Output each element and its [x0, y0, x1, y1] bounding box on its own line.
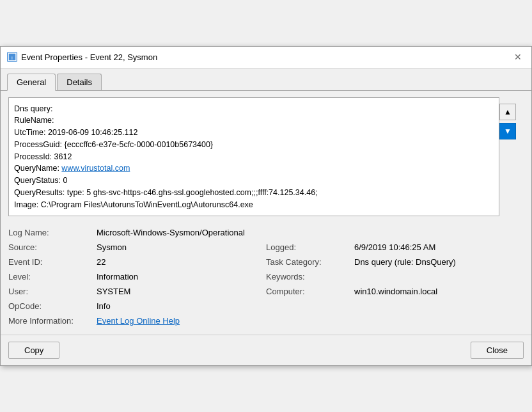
- event-line-6: QueryStatus: 0: [14, 175, 494, 187]
- window-title: Event Properties - Event 22, Sysmon: [21, 52, 157, 62]
- title-bar: i Event Properties - Event 22, Sysmon ✕: [1, 47, 531, 68]
- source-label: Source:: [8, 240, 91, 255]
- level-value: Information: [91, 269, 266, 284]
- opcode-value: Info: [91, 299, 524, 313]
- event-line-1: RuleName:: [14, 115, 494, 127]
- user-value: SYSTEM: [91, 284, 266, 299]
- event-line-0: Dns query:: [14, 103, 494, 115]
- task-category-label: Task Category:: [266, 255, 349, 269]
- log-name-label: Log Name:: [8, 225, 91, 240]
- event-id-label: Event ID:: [8, 255, 91, 269]
- copy-button[interactable]: Copy: [8, 342, 59, 359]
- scroll-down-icon: ▼: [504, 127, 512, 136]
- event-line-3: ProcessGuid: {ecccffc6-e37e-5cfc-0000-00…: [14, 139, 494, 151]
- logged-value: 6/9/2019 10:46:25 AM: [349, 240, 524, 255]
- event-log-online-help-link[interactable]: Event Log Online Help: [97, 316, 180, 326]
- scroll-down-button[interactable]: ▼: [499, 123, 516, 139]
- user-label: User:: [8, 284, 91, 299]
- event-id-value: 22: [91, 255, 266, 269]
- svg-text:i: i: [12, 55, 13, 61]
- tabs-container: General Details: [1, 68, 531, 90]
- tab-general[interactable]: General: [7, 74, 56, 91]
- computer-label: Computer:: [266, 284, 349, 299]
- window-close-button[interactable]: ✕: [511, 50, 525, 64]
- keywords-value: [349, 269, 524, 284]
- scroll-up-button[interactable]: ▲: [499, 104, 516, 120]
- source-value: Sysmon: [91, 240, 266, 255]
- properties-grid: Log Name: Microsoft-Windows-Sysmon/Opera…: [8, 225, 524, 328]
- log-name-value: Microsoft-Windows-Sysmon/Operational: [91, 225, 524, 240]
- tab-details[interactable]: Details: [57, 74, 102, 90]
- content-area: Dns query: RuleName: UtcTime: 2019-06-09…: [1, 90, 531, 335]
- scroll-buttons: ▲ ▼: [499, 104, 516, 139]
- task-category-value: Dns query (rule: DnsQuery): [349, 255, 524, 269]
- event-text-box: Dns query: RuleName: UtcTime: 2019-06-09…: [8, 97, 499, 217]
- virustotal-link[interactable]: www.virustotal.com: [61, 164, 130, 173]
- computer-value: win10.windomain.local: [349, 284, 524, 299]
- event-line-2: UtcTime: 2019-06-09 10:46:25.112: [14, 127, 494, 139]
- event-line-7: QueryResults: type: 5 ghs-svc-https-c46.…: [14, 187, 494, 199]
- footer: Copy Close: [1, 335, 531, 365]
- event-text-section: Dns query: RuleName: UtcTime: 2019-06-09…: [8, 97, 524, 217]
- scroll-up-icon: ▲: [504, 107, 512, 116]
- close-button[interactable]: Close: [471, 342, 524, 359]
- level-label: Level:: [8, 269, 91, 284]
- opcode-label: OpCode:: [8, 299, 91, 313]
- event-line-5: QueryName: www.virustotal.com: [14, 162, 494, 175]
- window-icon: i: [7, 52, 17, 62]
- event-line-8: Image: C:\Program Files\AutorunsToWinEve…: [14, 199, 494, 211]
- event-properties-dialog: i Event Properties - Event 22, Sysmon ✕ …: [0, 46, 532, 367]
- event-line-4: ProcessId: 3612: [14, 151, 494, 163]
- more-info-value: Event Log Online Help: [91, 313, 524, 328]
- keywords-label: Keywords:: [266, 269, 349, 284]
- more-info-label: More Information:: [8, 313, 91, 328]
- logged-label: Logged:: [266, 240, 349, 255]
- title-bar-left: i Event Properties - Event 22, Sysmon: [7, 52, 157, 62]
